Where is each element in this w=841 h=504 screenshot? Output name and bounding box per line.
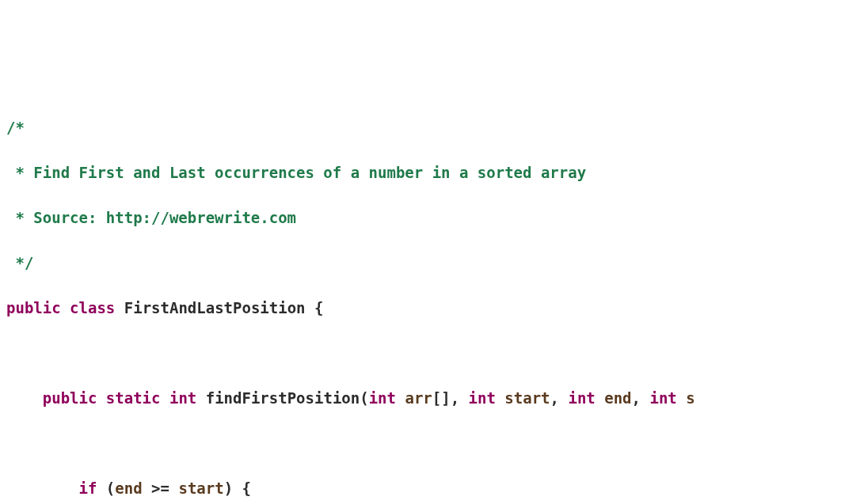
param-end: end — [604, 389, 631, 407]
class-name: FirstAndLastPosition — [124, 299, 306, 316]
comment-open: /* — [6, 119, 25, 136]
comma: , — [632, 389, 641, 407]
code-line: * Source: http://webrewrite.com — [6, 207, 835, 229]
comment-close: */ — [6, 254, 33, 271]
comma: , — [550, 389, 559, 407]
code-line: * Find First and Last occurrences of a n… — [6, 161, 835, 184]
type-int: int — [369, 389, 396, 407]
code-line: public static int findFirstPosition(int … — [6, 387, 835, 410]
comment-text: * Find First and Last occurrences of a n… — [6, 164, 586, 181]
code-line: if (end >= start) { — [6, 477, 835, 500]
keyword-static: static — [106, 389, 161, 407]
type-int: int — [469, 389, 496, 407]
param-start: start — [504, 389, 550, 407]
code-line — [6, 342, 835, 365]
comma: , — [451, 389, 459, 407]
method-name: findFirstPosition — [206, 389, 360, 407]
keyword-public: public — [6, 299, 61, 316]
paren: ) — [224, 479, 233, 497]
keyword-class: class — [70, 299, 115, 316]
brace: { — [314, 299, 323, 316]
var-end: end — [115, 479, 142, 497]
brackets: [] — [432, 389, 451, 407]
brace: { — [242, 479, 251, 497]
param-arr: arr — [405, 389, 432, 407]
keyword-public: public — [43, 389, 97, 407]
code-block: /* * Find First and Last occurrences of … — [6, 93, 835, 504]
type-int: int — [568, 389, 595, 407]
code-line: public class FirstAndLastPosition { — [6, 297, 835, 320]
op-ge: >= — [151, 479, 169, 497]
var-start: start — [178, 479, 223, 497]
keyword-if: if — [79, 479, 97, 497]
paren: ( — [106, 479, 115, 497]
param-s: s — [686, 389, 694, 407]
type-int: int — [169, 389, 196, 407]
type-int: int — [649, 389, 676, 407]
code-line — [6, 432, 835, 455]
paren: ( — [360, 389, 368, 407]
code-line: */ — [6, 252, 835, 275]
comment-text: * Source: http://webrewrite.com — [6, 209, 296, 226]
code-line: /* — [6, 116, 835, 139]
